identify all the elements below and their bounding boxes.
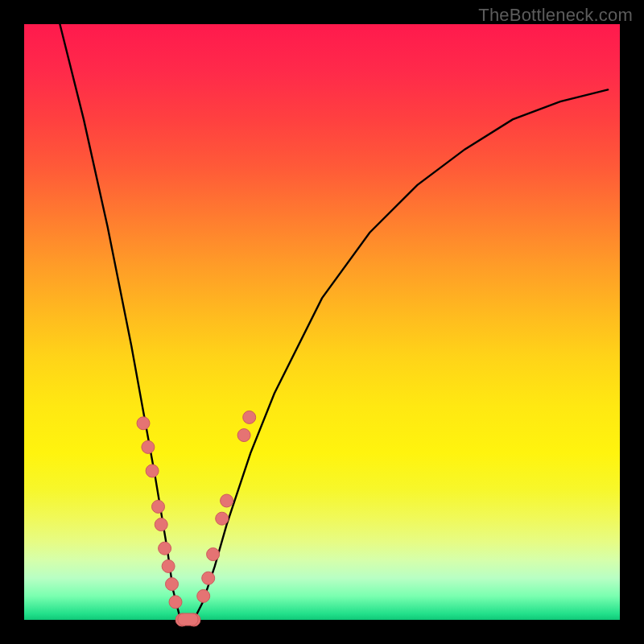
- marker-dot: [142, 440, 155, 453]
- marker-dot: [137, 417, 150, 430]
- marker-dot: [237, 429, 250, 442]
- marker-dot: [216, 512, 229, 525]
- marker-dot: [166, 578, 179, 591]
- marker-dot: [197, 589, 210, 602]
- watermark-text: TheBottleneck.com: [478, 5, 633, 26]
- bottleneck-curve: [60, 24, 608, 620]
- min-flat-segment: [178, 613, 198, 625]
- marker-dot: [243, 411, 256, 423]
- marker-dot: [202, 572, 215, 584]
- marker-group: [137, 411, 256, 626]
- marker-dot: [162, 559, 175, 572]
- marker-dot: [221, 494, 233, 507]
- marker-dot: [155, 518, 167, 531]
- marker-dot: [169, 596, 182, 609]
- plot-area: [24, 24, 620, 620]
- curve-layer: [24, 24, 620, 620]
- marker-dot: [159, 542, 171, 555]
- chart-frame: TheBottleneck.com: [0, 0, 644, 644]
- marker-dot: [146, 464, 159, 477]
- marker-dot: [207, 548, 220, 561]
- marker-dot: [152, 500, 165, 513]
